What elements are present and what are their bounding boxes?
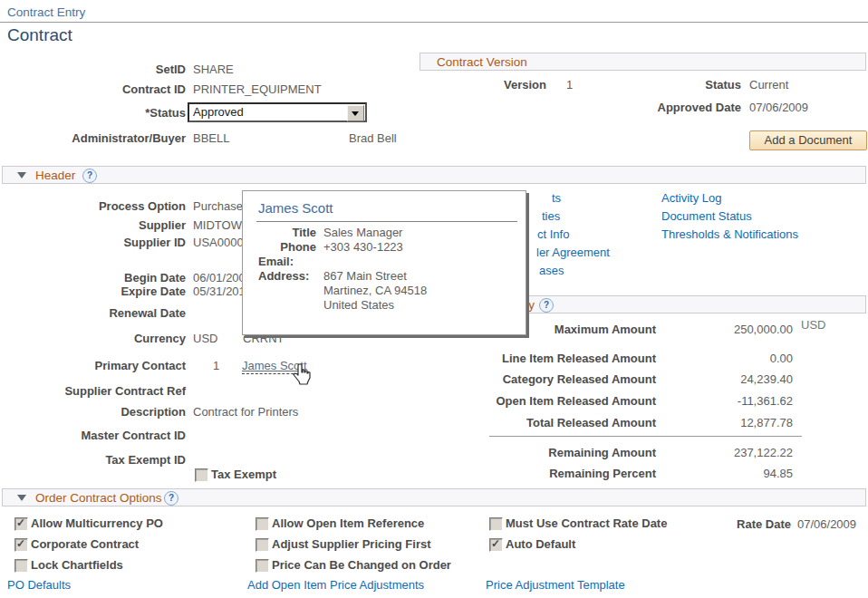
contract-version-title: Contract Version xyxy=(437,55,527,69)
supplier-id-label: Supplier ID xyxy=(0,236,186,249)
administrator-id: BBELL xyxy=(193,131,229,145)
popup-title-value: Sales Manager xyxy=(323,226,402,239)
hidden-link-fragment-3[interactable]: ct Info xyxy=(537,227,569,241)
header-groupbox-bar: Header ? xyxy=(2,166,866,184)
approved-date-value: 07/06/2009 xyxy=(749,101,808,114)
header-section-title: Header xyxy=(35,169,75,182)
currency-value: USD xyxy=(193,332,217,345)
status-label: *Status xyxy=(0,106,186,120)
category-released-label: Category Released Amount xyxy=(417,372,656,386)
breadcrumb[interactable]: Contract Entry xyxy=(7,5,85,19)
price-can-be-changed-label: Price Can Be Changed on Order xyxy=(272,558,451,572)
dropdown-arrow-button[interactable] xyxy=(347,105,364,121)
remaining-amount-value: 237,122.22 xyxy=(656,446,793,459)
supplier-contract-ref-label: Supplier Contract Ref xyxy=(0,384,186,398)
contact-popup: James Scott Title Sales Manager Phone +3… xyxy=(242,190,526,335)
corporate-contract-label: Corporate Contract xyxy=(31,537,139,551)
begin-date-label: Begin Date xyxy=(0,271,186,285)
help-icon[interactable]: ? xyxy=(539,298,554,313)
version-label: Version xyxy=(438,78,546,92)
add-open-item-price-adjustments-link[interactable]: Add Open Item Price Adjustments xyxy=(247,578,424,592)
contract-id-label: Contract ID xyxy=(0,82,186,96)
corporate-contract-checkbox[interactable] xyxy=(14,538,28,552)
begin-date-value: 06/01/200 xyxy=(193,271,246,285)
popup-phone-label: Phone xyxy=(243,240,316,254)
allow-multicurrency-po-checkbox[interactable] xyxy=(14,517,28,531)
must-use-contract-rate-date-checkbox[interactable] xyxy=(489,517,503,531)
popup-title-label: Title xyxy=(243,226,316,239)
open-item-released-label: Open Item Released Amount xyxy=(417,394,656,408)
primary-contact-number: 1 xyxy=(213,359,219,372)
price-adjustment-template-link[interactable]: Price Adjustment Template xyxy=(486,578,625,592)
remaining-percent-label: Remaining Percent xyxy=(417,467,656,480)
help-icon[interactable]: ? xyxy=(164,491,178,506)
line-item-released-value: 0.00 xyxy=(656,352,793,365)
page-title: Contract xyxy=(7,25,72,45)
tax-exempt-checkbox[interactable] xyxy=(195,468,208,482)
rate-date-label: Rate Date xyxy=(682,517,791,531)
master-contract-id-label: Master Contract ID xyxy=(0,429,186,442)
process-option-value: Purchase xyxy=(193,199,243,213)
maximum-amount-value: 250,000.00 xyxy=(656,323,793,336)
collapse-triangle-icon[interactable] xyxy=(17,172,26,178)
chevron-down-icon xyxy=(352,111,359,116)
tax-exempt-label: Tax Exempt xyxy=(211,468,276,481)
popup-phone-value: +303 430-1223 xyxy=(323,240,403,254)
total-released-label: Total Released Amount xyxy=(417,416,656,429)
popup-email-label: Email: xyxy=(258,255,294,268)
setid-label: SetID xyxy=(0,63,186,76)
status-dropdown-value: Approved xyxy=(193,105,244,119)
version-value: 1 xyxy=(566,78,573,92)
version-status-value: Current xyxy=(749,78,788,92)
collapse-triangle-icon[interactable] xyxy=(17,495,26,501)
amount-summary-divider xyxy=(489,436,802,437)
thresholds-notifications-link[interactable]: Thresholds & Notifications xyxy=(661,227,798,241)
supplier-label: Supplier xyxy=(0,218,186,232)
total-released-value: 12,877.78 xyxy=(656,416,793,429)
allow-multicurrency-po-label: Allow Multicurrency PO xyxy=(31,516,163,530)
auto-default-label: Auto Default xyxy=(506,537,575,551)
line-item-released-label: Line Item Released Amount xyxy=(417,352,656,365)
version-status-label: Status xyxy=(634,78,741,92)
allow-open-item-reference-label: Allow Open Item Reference xyxy=(272,516,424,530)
tax-exempt-id-label: Tax Exempt ID xyxy=(0,453,186,467)
popup-contact-name: James Scott xyxy=(258,200,333,216)
remaining-amount-label: Remaining Amount xyxy=(417,446,656,459)
popup-address-line: 867 Main Street xyxy=(323,269,407,283)
document-status-link[interactable]: Document Status xyxy=(661,209,752,223)
contract-version-groupbox-bar: Contract Version xyxy=(420,53,866,71)
renewal-date-label: Renewal Date xyxy=(0,306,186,320)
popup-address-line: Martinez, CA 94518 xyxy=(323,284,427,297)
auto-default-checkbox[interactable] xyxy=(489,538,503,552)
must-use-contract-rate-date-label: Must Use Contract Rate Date xyxy=(506,516,667,530)
description-value: Contract for Printers xyxy=(193,405,298,419)
order-options-groupbox-bar: Order Contract Options ? xyxy=(2,488,866,506)
adjust-supplier-pricing-label: Adjust Supplier Pricing First xyxy=(272,537,431,551)
status-dropdown[interactable]: Approved xyxy=(188,102,367,122)
order-options-title: Order Contract Options xyxy=(35,491,162,505)
activity-log-link[interactable]: Activity Log xyxy=(661,191,721,205)
currency-suffix: USD xyxy=(801,318,825,332)
administrator-label: Administrator/Buyer xyxy=(0,131,186,145)
hidden-link-fragment-1[interactable]: ts xyxy=(552,191,561,205)
hidden-link-fragment-2[interactable]: ties xyxy=(542,209,560,223)
description-label: Description xyxy=(0,405,186,419)
setid-value: SHARE xyxy=(193,63,234,76)
hand-cursor-icon xyxy=(292,363,312,385)
price-can-be-changed-checkbox[interactable] xyxy=(256,559,269,573)
expire-date-value: 05/31/201 xyxy=(193,285,246,298)
remaining-percent-value: 94.85 xyxy=(656,467,793,480)
hidden-link-fragment-4[interactable]: ler Agreement xyxy=(536,246,610,259)
primary-contact-label: Primary Contact xyxy=(0,359,186,372)
add-document-button[interactable]: Add a Document xyxy=(749,130,867,150)
help-icon[interactable]: ? xyxy=(82,169,97,183)
lock-chartfields-label: Lock Chartfields xyxy=(31,558,123,572)
process-option-label: Process Option xyxy=(0,199,186,213)
popup-divider xyxy=(256,221,517,222)
po-defaults-link[interactable]: PO Defaults xyxy=(7,578,71,592)
open-item-released-value: -11,361.62 xyxy=(656,394,793,408)
allow-open-item-reference-checkbox[interactable] xyxy=(256,517,269,531)
hidden-link-fragment-5[interactable]: ases xyxy=(539,264,564,277)
lock-chartfields-checkbox[interactable] xyxy=(14,559,28,573)
adjust-supplier-pricing-checkbox[interactable] xyxy=(256,538,269,552)
